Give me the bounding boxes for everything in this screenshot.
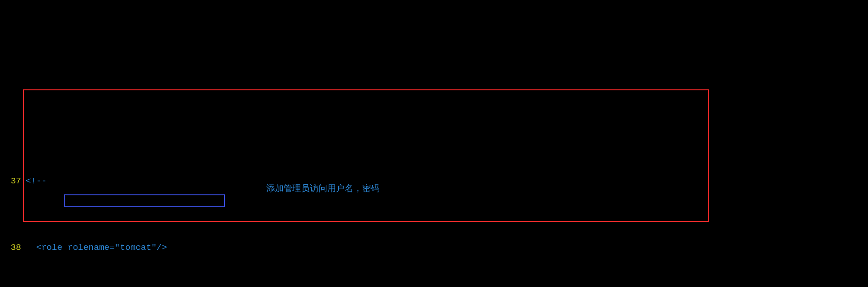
line-number: 38 bbox=[0, 241, 26, 254]
code-token: <role bbox=[36, 243, 67, 253]
code-token: /> bbox=[157, 243, 167, 253]
highlight-blue-box bbox=[64, 194, 225, 207]
annotation-label: 添加管理员访问用户名，密码 bbox=[266, 182, 380, 196]
code-token: "tomcat" bbox=[115, 243, 157, 253]
highlight-red-box bbox=[23, 89, 709, 222]
code-editor[interactable]: 添加管理员访问用户名，密码 37 <!-- 38 <role rolename=… bbox=[0, 0, 868, 287]
code-line[interactable]: 37 <!-- bbox=[0, 175, 868, 188]
code-line[interactable]: 38 <role rolename="tomcat"/> bbox=[0, 241, 868, 254]
code-token bbox=[26, 243, 36, 253]
code-token: <!-- bbox=[26, 176, 47, 186]
code-token: rolename= bbox=[67, 243, 115, 253]
line-number: 37 bbox=[0, 175, 26, 188]
